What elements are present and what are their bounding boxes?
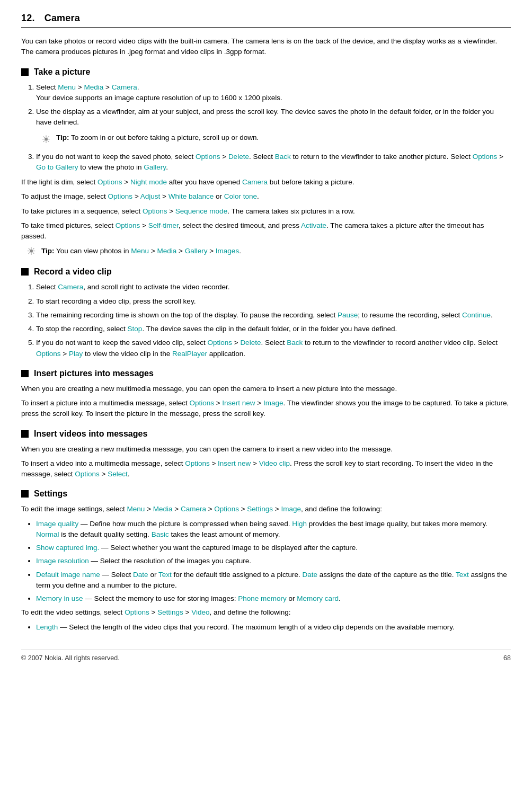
delete-link-vid[interactable]: Delete xyxy=(240,339,261,347)
length-link[interactable]: Length xyxy=(36,623,58,631)
options-link-vid-msg[interactable]: Options xyxy=(185,459,210,467)
go-to-gallery-link[interactable]: Go to Gallery xyxy=(36,163,78,171)
tip-text-1: Tip: To zoom in or out before taking a p… xyxy=(56,132,259,143)
camera-link-video[interactable]: Camera xyxy=(58,283,83,291)
options-link-pic[interactable]: Options xyxy=(189,399,214,407)
bullet-length: Length — Select the length of the video … xyxy=(36,622,511,633)
night-mode-link[interactable]: Night mode xyxy=(130,178,167,186)
basic-link[interactable]: Basic xyxy=(152,530,169,538)
settings-link[interactable]: Settings xyxy=(247,505,273,513)
high-link[interactable]: High xyxy=(292,520,307,528)
section-heading-label-5: Settings xyxy=(34,489,67,499)
text-link-2[interactable]: Text xyxy=(456,571,469,579)
camera-link-2[interactable]: Camera xyxy=(242,178,268,186)
video-settings-bullets: Length — Select the length of the video … xyxy=(36,622,511,633)
color-tone-link[interactable]: Color tone xyxy=(224,192,257,200)
video-clip-link[interactable]: Video clip xyxy=(259,459,290,467)
step-1: Select Menu > Media > Camera. Your devic… xyxy=(36,82,511,104)
activate-link[interactable]: Activate xyxy=(301,221,326,229)
camera-link-settings[interactable]: Camera xyxy=(181,505,206,513)
self-timer-link[interactable]: Self-timer xyxy=(148,221,179,229)
menu-link-tip[interactable]: Menu xyxy=(131,247,149,255)
date-link-1[interactable]: Date xyxy=(133,571,148,579)
gallery-link-tip[interactable]: Gallery xyxy=(185,247,208,255)
step-3-text: If you do not want to keep the saved pho… xyxy=(36,153,503,171)
normal-link[interactable]: Normal xyxy=(36,530,59,538)
insert-new-link-vid[interactable]: Insert new xyxy=(218,459,251,467)
menu-link-settings[interactable]: Menu xyxy=(127,505,145,513)
adjust-link[interactable]: Adjust xyxy=(140,192,161,200)
options-link-night[interactable]: Options xyxy=(97,178,122,186)
image-link-settings[interactable]: Image xyxy=(281,505,301,513)
video-step-3: The remaining recording time is shown on… xyxy=(36,310,511,321)
white-balance-link[interactable]: White balance xyxy=(169,192,214,200)
image-resolution-link[interactable]: Image resolution xyxy=(36,557,89,565)
settings-link-video[interactable]: Settings xyxy=(157,608,183,616)
options-link-settings[interactable]: Options xyxy=(214,505,239,513)
back-link-vid[interactable]: Back xyxy=(287,339,303,347)
bullet-image-quality: Image quality — Define how much the pict… xyxy=(36,519,511,540)
default-image-name-link[interactable]: Default image name xyxy=(36,571,100,579)
video-step-5: If you do not want to keep the saved vid… xyxy=(36,338,511,359)
page-title: 12. Camera xyxy=(21,13,511,28)
insert-pic-para-1: When you are creating a new multimedia m… xyxy=(21,384,511,394)
options-link-seq[interactable]: Options xyxy=(143,207,167,215)
image-link[interactable]: Image xyxy=(263,399,283,407)
video-link-settings[interactable]: Video xyxy=(191,608,209,616)
back-link-1[interactable]: Back xyxy=(275,153,291,161)
adjust-para: To adjust the image, select Options > Ad… xyxy=(21,191,511,202)
options-link-timer[interactable]: Options xyxy=(116,221,140,229)
step-1-text: Select Menu > Media > Camera. xyxy=(36,83,139,91)
section-settings: Settings xyxy=(21,489,511,499)
play-link[interactable]: Play xyxy=(69,350,83,358)
record-video-steps: Select Camera, and scroll right to activ… xyxy=(36,282,511,359)
pause-link[interactable]: Pause xyxy=(338,311,358,319)
options-link-adjust[interactable]: Options xyxy=(108,192,133,200)
delete-link-1[interactable]: Delete xyxy=(228,153,249,161)
page-number: 68 xyxy=(503,654,511,662)
section-bullet-5 xyxy=(21,490,29,498)
section-bullet-2 xyxy=(21,268,29,276)
sequence-mode-link[interactable]: Sequence mode xyxy=(175,207,227,215)
menu-link[interactable]: Menu xyxy=(58,83,76,91)
media-link-settings[interactable]: Media xyxy=(153,505,173,513)
sequence-para: To take pictures in a sequence, select O… xyxy=(21,206,511,217)
section-heading-label-2: Record a video clip xyxy=(34,267,112,277)
section-bullet-3 xyxy=(21,370,29,377)
settings-bullets: Image quality — Define how much the pict… xyxy=(36,519,511,605)
memory-card-link[interactable]: Memory card xyxy=(297,594,339,602)
section-take-a-picture: Take a picture xyxy=(21,67,511,77)
gallery-link-1[interactable]: Gallery xyxy=(144,163,166,171)
date-link-2[interactable]: Date xyxy=(303,571,318,579)
select-link[interactable]: Select xyxy=(108,470,128,478)
bullet-memory-in-use: Memory in use — Select the memory to use… xyxy=(36,593,511,604)
media-link[interactable]: Media xyxy=(84,83,103,91)
options-link-vid-msg2[interactable]: Options xyxy=(75,470,100,478)
section-record-video: Record a video clip xyxy=(21,267,511,277)
options-link-1[interactable]: Options xyxy=(196,153,220,161)
images-link-tip[interactable]: Images xyxy=(216,247,239,255)
image-quality-link[interactable]: Image quality xyxy=(36,520,78,528)
options-link-2[interactable]: Options xyxy=(473,153,498,161)
realplayer-link[interactable]: RealPlayer xyxy=(172,350,207,358)
section-insert-videos: Insert videos into messages xyxy=(21,429,511,439)
insert-pic-para-2: To insert a picture into a multimedia me… xyxy=(21,398,511,420)
continue-link[interactable]: Continue xyxy=(462,311,491,319)
insert-vid-para-2: To insert a video into a multimedia mess… xyxy=(21,458,511,480)
memory-in-use-link[interactable]: Memory in use xyxy=(36,594,83,602)
options-link-video-settings[interactable]: Options xyxy=(125,608,149,616)
media-link-tip[interactable]: Media xyxy=(157,247,177,255)
camera-link[interactable]: Camera xyxy=(112,83,137,91)
options-link-vid2[interactable]: Options xyxy=(36,350,61,358)
show-captured-link[interactable]: Show captured img. xyxy=(36,544,99,552)
stop-link[interactable]: Stop xyxy=(128,325,143,333)
take-picture-steps: Select Menu > Media > Camera. Your devic… xyxy=(36,82,511,173)
insert-new-link-pic[interactable]: Insert new xyxy=(222,399,255,407)
phone-memory-link[interactable]: Phone memory xyxy=(238,594,287,602)
options-link-vid[interactable]: Options xyxy=(207,339,232,347)
text-link-1[interactable]: Text xyxy=(158,571,172,579)
tip-icon: ☀ xyxy=(41,131,51,147)
section-heading-label: Take a picture xyxy=(34,67,90,77)
insert-vid-para-1: When you are creating a new multimedia m… xyxy=(21,444,511,455)
tip-block-1: ☀ Tip: To zoom in or out before taking a… xyxy=(36,132,511,147)
